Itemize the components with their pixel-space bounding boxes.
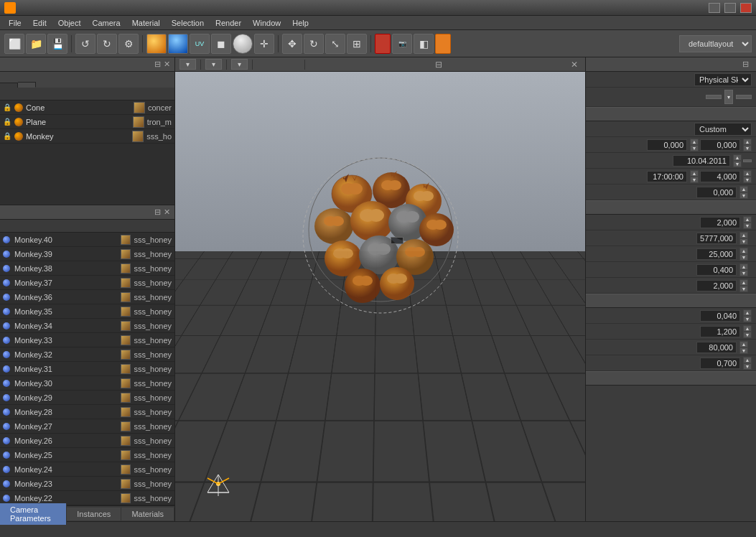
save-button[interactable]: [736, 95, 752, 99]
planet-refl-input[interactable]: [696, 248, 737, 260]
lon-input[interactable]: [700, 139, 740, 151]
asym-down[interactable]: ▼: [743, 363, 752, 370]
close-panel-icon[interactable]: ✕: [164, 60, 170, 69]
layout-select[interactable]: defaultlayout: [679, 35, 752, 52]
list-item[interactable]: Monkey.26 sss_honey: [0, 434, 174, 448]
display-button[interactable]: ▾: [231, 59, 248, 70]
gmt-down[interactable]: ▼: [743, 177, 752, 183]
settings-button[interactable]: ⚙: [118, 34, 139, 54]
time-input[interactable]: [647, 171, 687, 182]
date-up[interactable]: ▲: [733, 154, 742, 161]
list-item[interactable]: Monkey.29 sss_honey: [0, 391, 174, 405]
fire-button[interactable]: [435, 34, 451, 54]
ground-rotation-input[interactable]: [696, 187, 737, 198]
time-down[interactable]: ▼: [690, 177, 699, 183]
instances-close-icon[interactable]: ✕: [164, 207, 170, 217]
turb-down[interactable]: ▼: [743, 316, 752, 322]
sun-down[interactable]: ▼: [743, 223, 752, 229]
object-row[interactable]: 🔒 Monkey sss_ho: [0, 129, 174, 144]
list-item[interactable]: Monkey.27 sss_honey: [0, 419, 174, 434]
asym-up[interactable]: ▲: [743, 357, 752, 363]
viewport-dock-icon[interactable]: ⊟: [432, 60, 445, 70]
lon-down[interactable]: ▼: [743, 145, 752, 151]
water-input[interactable]: [696, 280, 737, 291]
wave-up[interactable]: ▲: [743, 325, 752, 332]
menu-item-edit[interactable]: Edit: [27, 17, 52, 29]
shaded-button[interactable]: ▾: [205, 59, 222, 70]
wave-down[interactable]: ▼: [743, 332, 752, 338]
menu-item-camera[interactable]: Camera: [87, 17, 126, 29]
city-select[interactable]: Custom: [694, 123, 752, 136]
maximize-button[interactable]: [724, 3, 736, 13]
tab-objects[interactable]: [18, 82, 36, 88]
time-up[interactable]: ▲: [690, 170, 699, 177]
menu-item-material[interactable]: Material: [126, 17, 166, 29]
camera-button[interactable]: ▾: [179, 59, 196, 70]
redo-button[interactable]: ↻: [97, 34, 117, 54]
now-button[interactable]: [743, 159, 752, 162]
disp-button[interactable]: ◧: [414, 34, 434, 54]
list-item[interactable]: Monkey.32 sss_honey: [0, 347, 174, 362]
scale-button[interactable]: ⤡: [325, 34, 345, 54]
save-button[interactable]: 💾: [47, 34, 67, 54]
gmt-up[interactable]: ▲: [743, 170, 752, 177]
refl-up[interactable]: ▲: [739, 341, 748, 347]
list-item[interactable]: Monkey.40 sss_honey: [0, 233, 174, 247]
bottom-tab-camera-parameters[interactable]: Camera Parameters: [0, 503, 67, 525]
list-item[interactable]: Monkey.35 sss_honey: [0, 304, 174, 319]
list-item[interactable]: Monkey.23 sss_honey: [0, 477, 174, 491]
load-button[interactable]: [706, 95, 722, 99]
object-row[interactable]: 🔒 Cone concer: [0, 101, 174, 115]
sun-temp-up[interactable]: ▲: [739, 232, 748, 238]
plus-button[interactable]: ✛: [254, 34, 274, 54]
viewport-close-icon[interactable]: ✕: [568, 60, 581, 70]
dock-icon[interactable]: ⊟: [154, 60, 161, 69]
undo-button[interactable]: ↺: [75, 34, 95, 54]
sun-temp-down[interactable]: ▼: [739, 238, 748, 245]
lon-up[interactable]: ▲: [743, 139, 752, 145]
ozone-down[interactable]: ▼: [739, 270, 748, 276]
asymmetry-input[interactable]: [700, 358, 740, 369]
menu-item-window[interactable]: Window: [247, 17, 286, 29]
new-button[interactable]: ⬜: [4, 34, 24, 54]
tab-cameras[interactable]: [0, 83, 18, 88]
list-item[interactable]: Monkey.33 sss_honey: [0, 333, 174, 347]
sun-up[interactable]: ▲: [743, 216, 752, 223]
view-d-button[interactable]: [296, 64, 300, 65]
cube-button[interactable]: ◼: [211, 34, 231, 54]
bottom-tab-materials[interactable]: Materials: [121, 508, 174, 520]
ozone-input[interactable]: [696, 264, 737, 276]
bottom-tab-instances[interactable]: Instances: [67, 508, 121, 520]
ground-down[interactable]: ▼: [739, 192, 748, 199]
list-item[interactable]: Monkey.24 sss_honey: [0, 462, 174, 477]
ground-up[interactable]: ▲: [739, 186, 748, 192]
list-item[interactable]: Monkey.37 sss_honey: [0, 276, 174, 290]
list-item[interactable]: Monkey.28 sss_honey: [0, 405, 174, 419]
sphere-button[interactable]: [146, 34, 167, 54]
list-item[interactable]: Monkey.39 sss_honey: [0, 247, 174, 261]
reset-button[interactable]: ⊞: [347, 34, 367, 54]
wavelength-input[interactable]: [700, 326, 740, 337]
viewport-canvas[interactable]: [175, 72, 585, 521]
sphere2-button[interactable]: [233, 34, 253, 54]
planet-refl-down[interactable]: ▼: [739, 254, 748, 261]
type-select[interactable]: Physical Sky: [694, 73, 752, 86]
object-row[interactable]: 🔒 Plane tron_m: [0, 115, 174, 129]
menu-item-selection[interactable]: Selection: [166, 17, 210, 29]
menu-item-object[interactable]: Object: [52, 17, 87, 29]
view-f-button[interactable]: [263, 64, 268, 65]
water-up[interactable]: ▲: [739, 279, 748, 286]
refl-down[interactable]: ▼: [739, 347, 748, 354]
view-l-button[interactable]: [276, 64, 281, 65]
lat-input[interactable]: [647, 139, 687, 151]
menu-item-help[interactable]: Help: [286, 17, 314, 29]
sun-input[interactable]: [700, 217, 740, 228]
menu-item-render[interactable]: Render: [210, 17, 247, 29]
lat-up[interactable]: ▲: [690, 139, 699, 145]
move-button[interactable]: ✥: [282, 34, 302, 54]
load-dropdown[interactable]: ▾: [724, 90, 733, 104]
turb-up[interactable]: ▲: [743, 309, 752, 316]
cam-button[interactable]: 📷: [392, 34, 412, 54]
list-item[interactable]: Monkey.38 sss_honey: [0, 261, 174, 276]
rotate-button[interactable]: ↻: [304, 34, 324, 54]
